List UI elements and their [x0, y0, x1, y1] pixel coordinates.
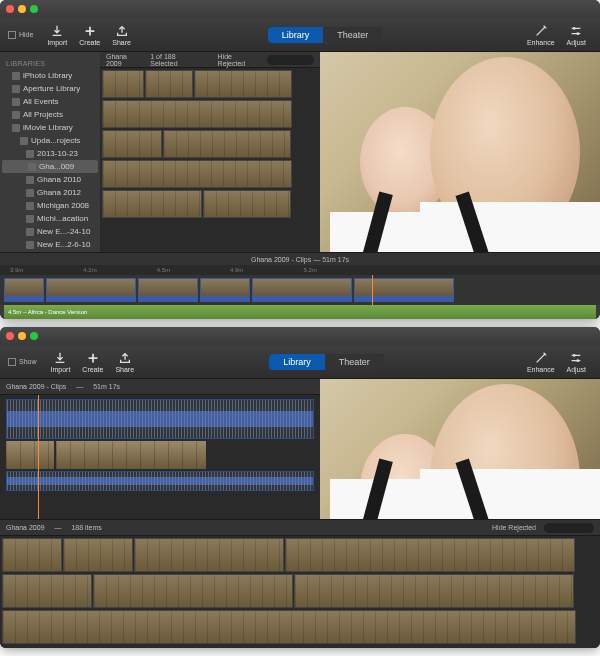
search-input[interactable]: [267, 55, 314, 65]
import-button[interactable]: Import: [45, 351, 77, 373]
tab-theater[interactable]: Theater: [323, 27, 382, 43]
imovie-window-library: Hide Import Create Share Library Theater…: [0, 0, 600, 319]
event-icon: [26, 189, 34, 197]
clip-thumb[interactable]: [102, 160, 292, 188]
clip-thumb[interactable]: [102, 100, 292, 128]
share-button[interactable]: Share: [109, 351, 140, 373]
clip-browser[interactable]: [0, 536, 600, 648]
library-icon: [12, 85, 20, 93]
timeline-clip[interactable]: [354, 278, 454, 302]
event-icon: [26, 241, 34, 249]
clip-thumb[interactable]: [145, 70, 193, 98]
event-icon: [26, 176, 34, 184]
close-button[interactable]: [6, 332, 14, 340]
create-button[interactable]: Create: [73, 24, 106, 46]
clip-thumb[interactable]: [285, 538, 575, 572]
sidebar-item-newe2[interactable]: New E...2-6-10: [0, 238, 100, 251]
sidebar-item-michivac[interactable]: Michi...acation: [0, 212, 100, 225]
timeline-clip[interactable]: [4, 278, 44, 302]
timeline-ruler[interactable]: 3.9m4.2m4.5m4.9m5.2m: [0, 265, 600, 275]
tab-theater[interactable]: Theater: [325, 354, 384, 370]
sidebar-item-newe1[interactable]: New E...-24-10: [0, 225, 100, 238]
clip-thumb[interactable]: [203, 190, 291, 218]
import-button[interactable]: Import: [41, 24, 73, 46]
sidebar-item-piano[interactable]: Piano Recital: [0, 251, 100, 252]
toolbar: Show Import Create Share Library Theater…: [0, 345, 600, 379]
timeline-clip[interactable]: [138, 278, 198, 302]
clip-thumb[interactable]: [194, 70, 292, 98]
sidebar-item-imovie[interactable]: iMovie Library: [0, 121, 100, 134]
viewer[interactable]: [320, 379, 600, 519]
clip-thumb[interactable]: [2, 538, 62, 572]
sidebar-item-aperture[interactable]: Aperture Library: [0, 82, 100, 95]
close-button[interactable]: [6, 5, 14, 13]
clip-thumb[interactable]: [134, 538, 284, 572]
plus-icon: [86, 351, 100, 365]
enhance-button[interactable]: Enhance: [521, 351, 561, 373]
minimize-button[interactable]: [18, 332, 26, 340]
hide-rejected-toggle[interactable]: Hide Rejected: [492, 524, 536, 531]
tab-library[interactable]: Library: [269, 354, 325, 370]
playhead[interactable]: [372, 275, 373, 305]
project-timeline[interactable]: [0, 395, 320, 519]
clip-thumb[interactable]: [93, 574, 293, 608]
maximize-button[interactable]: [30, 332, 38, 340]
hide-sidebar-button[interactable]: Hide: [8, 31, 33, 39]
timeline-clip-wave[interactable]: [6, 471, 314, 491]
video-track[interactable]: [0, 275, 600, 305]
clip-browser[interactable]: [100, 68, 320, 252]
audio-track[interactable]: 4.5m – Africa - Dance Version: [4, 305, 596, 319]
sidebar-item-ghana2010[interactable]: Ghana 2010: [0, 173, 100, 186]
sidebar-item-ghana2009[interactable]: Gha...009: [2, 160, 98, 173]
timeline-clip[interactable]: [46, 278, 136, 302]
timeline-clip[interactable]: [200, 278, 250, 302]
sliders-icon: [569, 351, 583, 365]
event-icon: [26, 215, 34, 223]
viewer[interactable]: [320, 52, 600, 252]
svg-point-0: [573, 27, 576, 30]
sidebar-item-allevents[interactable]: All Events: [0, 95, 100, 108]
selection-count: 1 of 188 Selected: [150, 53, 201, 67]
maximize-button[interactable]: [30, 5, 38, 13]
tab-library[interactable]: Library: [268, 27, 324, 43]
adjust-button[interactable]: Adjust: [561, 24, 592, 46]
clip-thumb[interactable]: [102, 70, 144, 98]
svg-point-2: [573, 354, 576, 357]
toolbar: Hide Import Create Share Library Theater…: [0, 18, 600, 52]
timeline-clip[interactable]: [252, 278, 352, 302]
sidebar-item-updated[interactable]: Upda...rojects: [0, 134, 100, 147]
project-header: Ghana 2009 - Clips — 51m 17s: [0, 379, 320, 395]
clip-thumb[interactable]: [63, 538, 133, 572]
clip-thumb[interactable]: [102, 190, 202, 218]
adjust-button[interactable]: Adjust: [561, 351, 592, 373]
svg-point-1: [577, 32, 580, 35]
star-icon: [12, 124, 20, 132]
show-sidebar-button[interactable]: Show: [8, 358, 37, 366]
clip-thumb[interactable]: [2, 610, 576, 644]
clip-thumb[interactable]: [294, 574, 574, 608]
preview-frame: [320, 379, 600, 519]
minimize-button[interactable]: [18, 5, 26, 13]
sidebar-item-michigan[interactable]: Michigan 2008: [0, 199, 100, 212]
sliders-icon: [569, 24, 583, 38]
sidebar-item-iphoto[interactable]: iPhoto Library: [0, 69, 100, 82]
sidebar-item-date[interactable]: 2013-10-23: [0, 147, 100, 160]
timeline-clip-wave[interactable]: [6, 399, 314, 439]
hide-rejected-toggle[interactable]: Hide Rejected: [218, 53, 259, 67]
import-icon: [50, 24, 64, 38]
timeline-clip[interactable]: [6, 441, 54, 469]
calendar-icon: [12, 98, 20, 106]
wand-icon: [534, 24, 548, 38]
search-input[interactable]: [544, 523, 594, 533]
share-button[interactable]: Share: [106, 24, 137, 46]
timeline-clip[interactable]: [56, 441, 206, 469]
clip-thumb[interactable]: [102, 130, 162, 158]
clip-thumb[interactable]: [2, 574, 92, 608]
playhead[interactable]: [38, 395, 39, 519]
clip-thumb[interactable]: [163, 130, 291, 158]
sidebar-item-allprojects[interactable]: All Projects: [0, 108, 100, 121]
sidebar-item-ghana2012[interactable]: Ghana 2012: [0, 186, 100, 199]
create-button[interactable]: Create: [76, 351, 109, 373]
event-browser-bottom: Ghana 2009 — 188 items Hide Rejected: [0, 519, 600, 648]
enhance-button[interactable]: Enhance: [521, 24, 561, 46]
